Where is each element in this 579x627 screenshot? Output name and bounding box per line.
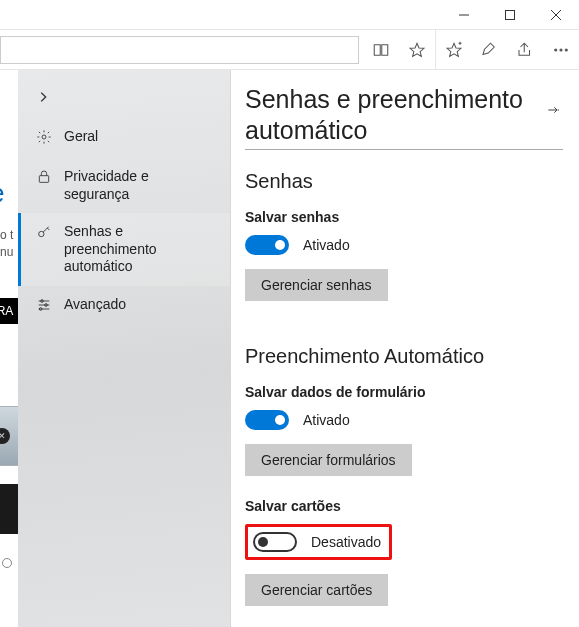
setting-label-save-passwords: Salvar senhas — [245, 209, 563, 225]
svg-rect-1 — [506, 10, 515, 19]
sidebar-item-passwords-autofill[interactable]: Senhas e preenchimento automático — [18, 213, 230, 286]
gear-icon — [36, 129, 52, 148]
sidebar-item-label: Geral — [64, 128, 98, 146]
toggle-state-label: Ativado — [303, 237, 350, 253]
svg-point-7 — [560, 48, 562, 50]
lock-icon — [36, 169, 52, 188]
bg-button: RA — [0, 298, 18, 324]
browser-toolbar — [0, 30, 579, 70]
toggle-save-form-data[interactable] — [245, 410, 289, 430]
section-heading-passwords: Senhas — [245, 170, 563, 193]
toggle-state-label: Desativado — [311, 534, 381, 550]
section-heading-autofill: Preenchimento Automático — [245, 345, 563, 368]
svg-point-9 — [42, 135, 46, 139]
background-page-strip: e o t nu RA ✕ — [0, 70, 18, 627]
pin-icon[interactable] — [545, 102, 561, 122]
close-button[interactable] — [533, 0, 579, 30]
toggle-state-label: Ativado — [303, 412, 350, 428]
sidebar-item-general[interactable]: Geral — [18, 118, 230, 158]
svg-rect-10 — [39, 176, 48, 183]
key-icon — [36, 224, 52, 243]
sidebar-item-label: Privacidade e segurança — [64, 168, 218, 203]
svg-point-11 — [39, 231, 44, 236]
setting-label-save-form-data: Salvar dados de formulário — [245, 384, 563, 400]
favorite-star-icon[interactable] — [399, 30, 435, 70]
sliders-icon — [36, 297, 52, 316]
setting-label-save-cards: Salvar cartões — [245, 498, 563, 514]
manage-passwords-button[interactable]: Gerenciar senhas — [245, 269, 388, 301]
sidebar-item-label: Avançado — [64, 296, 126, 314]
add-favorite-icon[interactable] — [435, 30, 471, 70]
manage-cards-button[interactable]: Gerenciar cartões — [245, 574, 388, 606]
more-icon[interactable] — [543, 30, 579, 70]
svg-point-6 — [555, 48, 557, 50]
settings-main-panel: Senhas e preenchimento automático Senhas… — [231, 70, 579, 627]
bg-letter: e — [0, 178, 4, 209]
maximize-button[interactable] — [487, 0, 533, 30]
minimize-button[interactable] — [441, 0, 487, 30]
sidebar-item-label: Senhas e preenchimento automático — [64, 223, 218, 276]
address-bar[interactable] — [0, 36, 359, 64]
toggle-save-passwords[interactable] — [245, 235, 289, 255]
toggle-save-cards[interactable] — [253, 532, 297, 552]
reading-view-icon[interactable] — [363, 30, 399, 70]
window-titlebar — [0, 0, 579, 30]
settings-sidebar: Geral Privacidade e segurança Senhas e p… — [18, 70, 231, 627]
bg-text: o t — [0, 228, 13, 242]
share-icon[interactable] — [507, 30, 543, 70]
page-title: Senhas e preenchimento automático — [245, 84, 563, 150]
bg-image — [0, 484, 18, 534]
highlight-annotation: Desativado — [245, 524, 392, 560]
bg-text: nu — [0, 245, 13, 259]
sidebar-item-advanced[interactable]: Avançado — [18, 286, 230, 326]
carousel-dot — [2, 558, 12, 568]
svg-point-8 — [565, 48, 567, 50]
manage-forms-button[interactable]: Gerenciar formulários — [245, 444, 412, 476]
notes-icon[interactable] — [471, 30, 507, 70]
sidebar-item-privacy[interactable]: Privacidade e segurança — [18, 158, 230, 213]
back-button[interactable] — [18, 86, 230, 118]
